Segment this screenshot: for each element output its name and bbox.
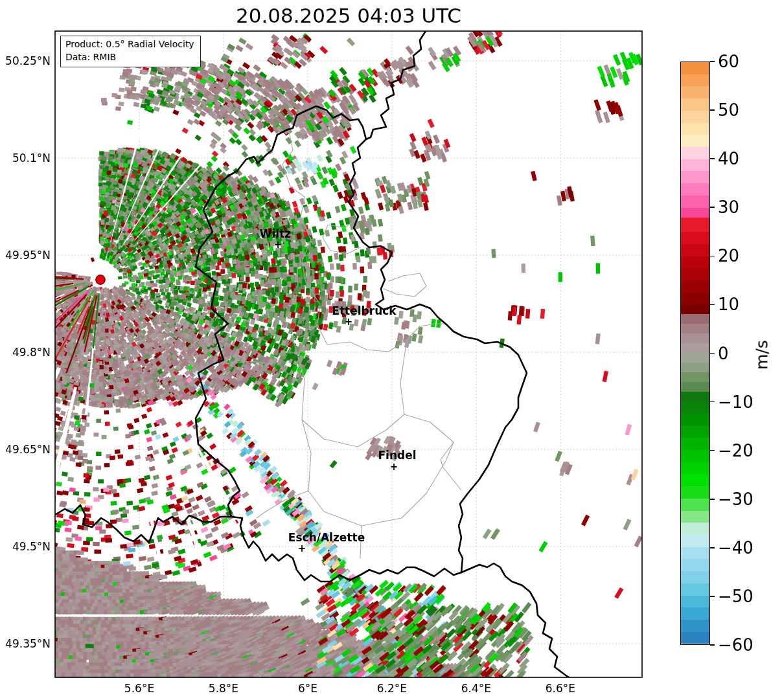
city-marker: + bbox=[345, 317, 353, 327]
x-tick-label: 5.6°E bbox=[124, 682, 154, 695]
x-tick-label: 6°E bbox=[298, 682, 317, 695]
colorbar-band bbox=[681, 268, 709, 280]
colorbar-tick-label: −40 bbox=[718, 538, 753, 558]
colorbar-band bbox=[681, 343, 709, 353]
colorbar-tick bbox=[710, 61, 715, 62]
colorbar-band bbox=[681, 607, 709, 620]
colorbar-band bbox=[681, 62, 709, 74]
colorbar-band bbox=[681, 547, 709, 559]
colorbar-band bbox=[681, 353, 709, 363]
colorbar-tick-label: −10 bbox=[718, 392, 753, 412]
colorbar-band bbox=[681, 450, 709, 462]
colorbar-band bbox=[681, 426, 709, 438]
colorbar-band bbox=[681, 523, 709, 535]
y-tick-label: 49.95°N bbox=[0, 249, 51, 262]
colorbar-tick-label: 30 bbox=[718, 198, 739, 217]
colorbar-band bbox=[681, 232, 709, 244]
radar-velocity-figure: 20.08.2025 04:03 UTC Product: 0.5° Radia… bbox=[0, 0, 782, 700]
city-marker: + bbox=[390, 462, 398, 472]
colorbar-band bbox=[681, 559, 709, 571]
colorbar-tick bbox=[710, 499, 715, 500]
colorbar-tick bbox=[710, 644, 715, 646]
colorbar-gradient bbox=[680, 62, 710, 645]
y-tick-label: 49.65°N bbox=[0, 443, 51, 456]
product-annotation-box: Product: 0.5° Radial Velocity Data: RMIB bbox=[60, 36, 201, 67]
city-label: Ettelbruck bbox=[332, 304, 396, 317]
y-tick-label: 50.25°N bbox=[0, 54, 51, 67]
colorbar-tick-label: −60 bbox=[718, 635, 753, 655]
colorbar-unit-label: m/s bbox=[753, 340, 772, 370]
colorbar bbox=[680, 62, 710, 645]
colorbar-band bbox=[681, 438, 709, 450]
colorbar-band bbox=[681, 333, 709, 343]
colorbar-band bbox=[681, 218, 709, 232]
colorbar-band bbox=[681, 401, 709, 414]
colorbar-band bbox=[681, 314, 709, 324]
y-tick-label: 50.1°N bbox=[0, 152, 51, 164]
y-tick-label: 49.5°N bbox=[0, 540, 51, 553]
x-tick-label: 6.6°E bbox=[546, 682, 575, 695]
colorbar-tick-label: −30 bbox=[718, 490, 753, 509]
colorbar-band bbox=[681, 244, 709, 256]
colorbar-band bbox=[681, 632, 709, 644]
city-label: Findel bbox=[378, 449, 416, 462]
colorbar-band bbox=[681, 256, 709, 269]
colorbar-band bbox=[681, 304, 709, 314]
colorbar-band bbox=[681, 535, 709, 547]
colorbar-band bbox=[681, 171, 709, 183]
city-marker: + bbox=[274, 240, 282, 250]
colorbar-band bbox=[681, 462, 709, 475]
data-source-label: Data: RMIB bbox=[65, 51, 194, 64]
colorbar-tick bbox=[710, 353, 715, 354]
colorbar-band bbox=[681, 183, 709, 196]
colorbar-band bbox=[681, 135, 709, 147]
colorbar-band bbox=[681, 293, 709, 305]
colorbar-band bbox=[681, 474, 709, 486]
colorbar-band bbox=[681, 372, 709, 382]
colorbar-tick bbox=[710, 596, 715, 597]
x-tick-label: 5.8°E bbox=[209, 682, 238, 695]
colorbar-band bbox=[681, 571, 709, 583]
x-tick-label: 6.4°E bbox=[461, 682, 491, 695]
colorbar-tick bbox=[710, 304, 715, 306]
colorbar-tick-label: 50 bbox=[718, 100, 739, 120]
colorbar-band bbox=[681, 111, 709, 123]
colorbar-band bbox=[681, 98, 709, 111]
colorbar-tick-label: 0 bbox=[718, 344, 729, 363]
colorbar-tick bbox=[710, 158, 715, 159]
page-title: 20.08.2025 04:03 UTC bbox=[55, 4, 642, 27]
colorbar-band bbox=[681, 208, 709, 218]
product-label: Product: 0.5° Radial Velocity bbox=[65, 38, 194, 51]
colorbar-band bbox=[681, 363, 709, 372]
colorbar-tick bbox=[710, 109, 715, 111]
colorbar-band bbox=[681, 511, 709, 523]
colorbar-band bbox=[681, 86, 709, 98]
x-tick-label: 6.2°E bbox=[377, 682, 407, 695]
colorbar-tick-label: 20 bbox=[718, 246, 739, 265]
colorbar-tick bbox=[710, 547, 715, 548]
y-tick-label: 49.8°N bbox=[0, 346, 51, 359]
colorbar-tick-label: −20 bbox=[718, 441, 753, 460]
colorbar-band bbox=[681, 147, 709, 159]
map-canvas bbox=[0, 0, 782, 700]
colorbar-tick-label: −50 bbox=[718, 587, 753, 606]
colorbar-band bbox=[681, 74, 709, 87]
colorbar-band bbox=[681, 596, 709, 608]
colorbar-tick bbox=[710, 401, 715, 403]
colorbar-band bbox=[681, 486, 709, 499]
colorbar-band bbox=[681, 159, 709, 172]
colorbar-band bbox=[681, 280, 709, 293]
city-marker: + bbox=[298, 544, 306, 554]
colorbar-band bbox=[681, 382, 709, 392]
colorbar-tick-label: 60 bbox=[718, 52, 739, 71]
colorbar-tick bbox=[710, 450, 715, 451]
colorbar-band bbox=[681, 196, 709, 208]
colorbar-band bbox=[681, 583, 709, 596]
colorbar-band bbox=[681, 620, 709, 632]
colorbar-band bbox=[681, 499, 709, 511]
colorbar-band bbox=[681, 414, 709, 426]
colorbar-tick bbox=[710, 256, 715, 257]
y-tick-label: 49.35°N bbox=[0, 637, 51, 650]
colorbar-tick-label: 40 bbox=[718, 149, 739, 168]
colorbar-tick bbox=[710, 207, 715, 208]
